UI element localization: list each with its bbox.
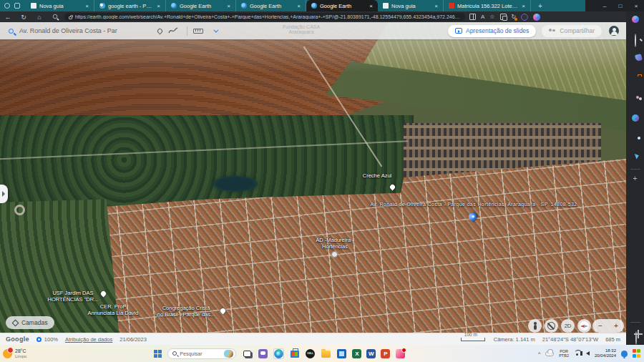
side-panel-toggle[interactable] bbox=[0, 185, 8, 203]
account-avatar[interactable] bbox=[609, 26, 619, 36]
add-sidebar-item-button[interactable]: + bbox=[633, 175, 638, 182]
folder-icon bbox=[321, 351, 331, 358]
notifications-bell-icon[interactable] bbox=[621, 351, 628, 357]
copilot-sidebar-icon[interactable] bbox=[632, 16, 639, 23]
copilot-icon[interactable] bbox=[533, 14, 540, 21]
tab-close-icon[interactable]: × bbox=[368, 3, 374, 9]
onedrive-cloud-icon[interactable] bbox=[545, 351, 554, 356]
home-icon[interactable]: ⌂ bbox=[31, 14, 47, 21]
tab-nova-guia-2[interactable]: Nova guia × bbox=[378, 0, 444, 11]
maximize-button[interactable]: □ bbox=[613, 3, 628, 9]
imagery-date: 21/06/2023 bbox=[119, 336, 147, 343]
window-controls: – □ × bbox=[597, 0, 644, 11]
app-edge[interactable] bbox=[273, 348, 284, 359]
refresh-icon[interactable]: ↻ bbox=[16, 14, 31, 21]
favorite-star-icon[interactable]: ☆ bbox=[489, 14, 494, 20]
app-calendar[interactable] bbox=[336, 348, 347, 359]
weather-sun-icon bbox=[3, 349, 12, 358]
browser-tab-strip: Nova guia × google earth - Pesquisar × G… bbox=[0, 0, 644, 11]
share-button[interactable]: Compartilhar bbox=[542, 25, 602, 37]
share-people-icon bbox=[549, 29, 556, 34]
poi-label-creche-azul[interactable]: Creche Azul bbox=[363, 172, 391, 179]
url-text[interactable]: https://earth.google.com/web/search/Av.+… bbox=[75, 14, 461, 19]
street-label[interactable]: Av. Ronald de Oliveira Costa - Parque da… bbox=[370, 202, 577, 207]
street-view-pegman-button[interactable] bbox=[528, 319, 542, 333]
app-microsoft-store[interactable] bbox=[289, 348, 300, 359]
tab-close-icon[interactable]: × bbox=[155, 3, 162, 9]
volume-icon[interactable] bbox=[586, 351, 590, 356]
task-view-button[interactable] bbox=[242, 348, 253, 359]
tab-close-icon[interactable]: × bbox=[225, 3, 232, 9]
app-excel[interactable]: X bbox=[352, 349, 361, 358]
hidden-icons-chevron[interactable]: ^ bbox=[538, 351, 540, 356]
poi-label-congregacao[interactable]: Congregação Cristã no Brasil - Parque da… bbox=[157, 305, 215, 318]
measure-ruler-icon[interactable] bbox=[193, 29, 203, 34]
orbit-button[interactable] bbox=[545, 319, 558, 333]
app-paint[interactable] bbox=[395, 348, 406, 359]
read-aloud-icon[interactable]: A bbox=[481, 14, 484, 20]
paint-icon bbox=[396, 349, 405, 358]
compass-button[interactable] bbox=[577, 319, 591, 333]
split-screen-icon[interactable] bbox=[469, 14, 476, 20]
microsoft365-tray-icon[interactable] bbox=[633, 349, 641, 358]
earth-search-icon[interactable] bbox=[9, 29, 14, 34]
start-button[interactable] bbox=[154, 350, 162, 358]
close-window-button[interactable]: × bbox=[628, 3, 644, 9]
toolbar-search-icon[interactable] bbox=[53, 14, 57, 18]
sidebar-settings-gear-icon[interactable] bbox=[635, 331, 637, 345]
collections-icon[interactable] bbox=[500, 14, 507, 20]
back-icon[interactable]: ← bbox=[0, 14, 16, 21]
taskbar-search-box[interactable]: Pesquisar bbox=[167, 348, 236, 359]
tab-google-earth-search[interactable]: google earth - Pesquisar × bbox=[94, 0, 166, 11]
tab-close-icon[interactable]: × bbox=[433, 3, 439, 9]
screen: Nova guia × google earth - Pesquisar × G… bbox=[0, 0, 644, 362]
app-powerpoint[interactable]: P bbox=[381, 349, 390, 358]
earth-map-viewport[interactable]: Creche Azul Av. Ronald de Oliveira Costa… bbox=[0, 22, 626, 333]
data-attribution-link[interactable]: Atribuição de dados bbox=[65, 336, 112, 343]
poi-label-cer[interactable]: CER. Profª Annunciata Lia David bbox=[88, 303, 139, 316]
tab-close-icon[interactable]: × bbox=[296, 3, 302, 9]
address-bar[interactable]: https://earth.google.com/web/search/Av.+… bbox=[64, 13, 465, 21]
tab-close-icon[interactable]: × bbox=[84, 3, 90, 9]
tab-actions-icon[interactable] bbox=[14, 3, 20, 9]
profile-avatar[interactable] bbox=[521, 14, 528, 21]
tab-google-earth-active[interactable]: Google Earth × bbox=[306, 0, 378, 11]
new-tab-button[interactable]: + bbox=[538, 2, 542, 10]
weather-widget[interactable]: 28°C Limpo bbox=[3, 348, 26, 358]
taskbar-clock[interactable]: 18:32 20/04/2024 bbox=[595, 348, 616, 358]
games-icon[interactable] bbox=[632, 114, 639, 122]
poi-label-ad-madureira[interactable]: AD -Madureira - Hortências bbox=[316, 237, 353, 250]
downloads-icon[interactable]: ↻ bbox=[512, 14, 517, 20]
app-dell[interactable]: DELL bbox=[305, 348, 316, 359]
app-word[interactable]: W bbox=[366, 349, 376, 358]
zoom-in-button[interactable]: + bbox=[614, 322, 618, 330]
zoom-out-button[interactable]: − bbox=[598, 322, 602, 330]
add-placemark-icon[interactable] bbox=[157, 27, 164, 34]
2d-mode-button[interactable]: 2D bbox=[561, 319, 575, 333]
chevron-down-icon[interactable] bbox=[213, 27, 218, 32]
windows-taskbar: 28°C Limpo Pesquisar DELL X W P ^ bbox=[0, 345, 644, 362]
tab-matricula-pdf[interactable]: Matrícula 156.322 Lote 19 A O... × bbox=[444, 0, 531, 11]
draw-path-icon[interactable] bbox=[168, 26, 178, 35]
language-indicator[interactable]: POR PTB2 bbox=[559, 349, 569, 358]
tab-google-earth-2[interactable]: Google Earth × bbox=[236, 0, 306, 11]
app-teams-chat[interactable] bbox=[258, 348, 268, 359]
drop-icon[interactable] bbox=[634, 152, 639, 159]
workspaces-icon[interactable] bbox=[4, 3, 10, 9]
dell-icon: DELL bbox=[306, 349, 315, 358]
layers-button[interactable]: Camadas bbox=[6, 316, 54, 329]
sidebar-search-icon[interactable] bbox=[635, 34, 636, 47]
app-file-explorer[interactable] bbox=[321, 348, 331, 359]
slideshow-button[interactable]: Apresentação de slides bbox=[448, 25, 536, 37]
earth-search-input[interactable]: Av. Ronald de Oliveira Costa - Par bbox=[19, 27, 152, 34]
minimize-button[interactable]: – bbox=[597, 3, 613, 9]
poi-label-usf[interactable]: USF Jardim DAS HORTÊNCIAS "DR... bbox=[48, 290, 99, 303]
shopping-icon[interactable] bbox=[634, 54, 642, 62]
earth-status-bar: Google 100% Atribuição de dados 21/06/20… bbox=[0, 333, 626, 345]
ground-elevation: 685 m bbox=[605, 336, 620, 343]
slideshow-icon bbox=[455, 28, 462, 34]
tab-google-earth-1[interactable]: Google Earth × bbox=[166, 0, 236, 11]
poi-icon-church[interactable] bbox=[331, 251, 338, 258]
tab-nova-guia-1[interactable]: Nova guia × bbox=[26, 0, 94, 11]
tab-close-icon[interactable]: × bbox=[520, 3, 527, 9]
